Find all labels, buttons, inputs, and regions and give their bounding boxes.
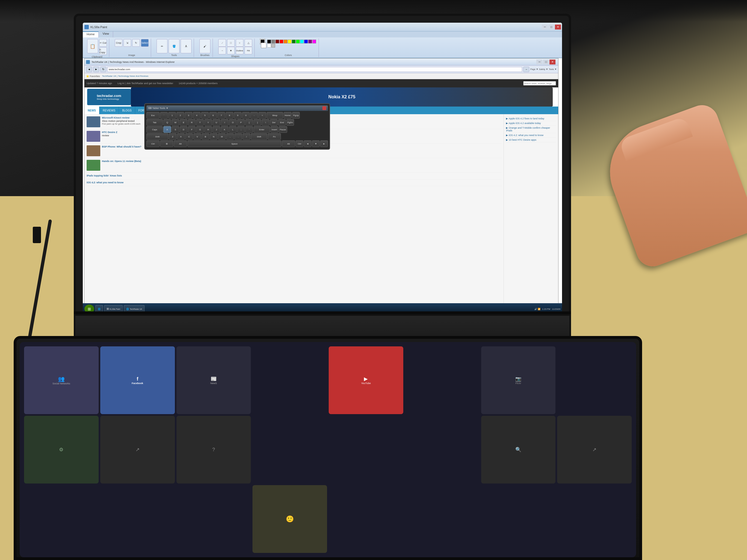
login-text[interactable]: Log in | Join TechRadar and get our free…	[118, 82, 173, 85]
nav-reviews[interactable]: REVIEWS	[100, 107, 119, 114]
key-arrow-down[interactable]: ▼	[312, 140, 320, 147]
copy-button[interactable]: ⎘ Copy	[99, 47, 107, 55]
key-e[interactable]: E	[180, 119, 187, 126]
sidebar-item-3[interactable]: ▶ Orange and T-Mobile confirm cheaper iP…	[506, 126, 556, 133]
color-yellow[interactable]	[288, 39, 291, 44]
color-darkred[interactable]	[276, 39, 279, 44]
key-arrow-left[interactable]: ◄	[304, 140, 311, 147]
browser-close[interactable]: ✕	[549, 59, 556, 64]
sidebar-item-4[interactable]: ▶ iOS 4.2: what you need to know	[506, 133, 556, 138]
key-y[interactable]: Y	[204, 119, 212, 126]
key-q[interactable]: Q	[163, 119, 171, 126]
key-b[interactable]: B	[202, 133, 209, 140]
news-item-ios[interactable]: iOS 4.2: what you need to know	[86, 181, 501, 186]
key-pause[interactable]: Pause	[279, 126, 287, 133]
ribbon-tab-view[interactable]: View	[99, 31, 113, 37]
go-button[interactable]: →	[523, 66, 529, 72]
color-silver[interactable]	[271, 44, 275, 48]
tools-menu[interactable]: Tools ▼	[549, 68, 557, 71]
tablet-tile-settings[interactable]: ⚙	[24, 416, 99, 483]
paste-button[interactable]: 📋	[87, 39, 98, 53]
color-purple[interactable]	[308, 39, 312, 44]
line-button[interactable]: ⟋	[218, 39, 226, 47]
key-fn[interactable]: Fn	[268, 133, 281, 140]
key-2[interactable]: 2	[177, 112, 184, 118]
key-a[interactable]: A	[163, 126, 171, 133]
tablet-tile-youtube[interactable]: ▶ YouTube	[329, 346, 403, 414]
key-end[interactable]: End	[278, 119, 286, 126]
key-9[interactable]: 9	[234, 112, 241, 118]
key-ctrl-l[interactable]: Ctrl	[147, 140, 159, 147]
key-home[interactable]: Home	[284, 112, 291, 118]
crop-button[interactable]: Crop	[115, 39, 122, 47]
key-x[interactable]: X	[177, 133, 185, 140]
color-white[interactable]	[267, 44, 271, 48]
key-5[interactable]: 5	[201, 112, 209, 118]
key-tab[interactable]: Tab	[147, 119, 163, 126]
select-button[interactable]: Select	[141, 39, 149, 47]
page-menu[interactable]: Page ▼	[530, 68, 538, 71]
address-bar[interactable]	[107, 67, 522, 72]
browser-minimize[interactable]: ─	[536, 59, 542, 64]
brushes-button[interactable]: 🖌	[200, 39, 210, 53]
key-semicolon[interactable]: ;	[237, 126, 245, 133]
tablet-tile-share[interactable]: ↗	[100, 416, 175, 483]
key-w[interactable]: W	[172, 119, 179, 126]
key-bracket-l[interactable]: [	[246, 119, 253, 126]
forward-button[interactable]: ►	[93, 66, 99, 72]
key-v[interactable]: V	[194, 133, 201, 140]
key-shift-r[interactable]: Shift	[251, 133, 267, 140]
outline-button[interactable]: Outline	[236, 47, 243, 54]
tablet-tile-smiley[interactable]: 🙂	[253, 485, 327, 553]
key-l[interactable]: L	[229, 126, 237, 133]
tablet-tile-help[interactable]: ?	[177, 416, 251, 483]
color-red[interactable]	[280, 39, 283, 44]
key-backspace[interactable]: Bksp	[267, 112, 283, 118]
sidebar-item-2[interactable]: ▶ Apple iOS 4.2 available today	[506, 121, 556, 126]
star-button[interactable]: ★	[227, 47, 235, 54]
text-button[interactable]: A	[181, 39, 191, 53]
key-comma[interactable]: ,	[226, 133, 234, 140]
key-pgup[interactable]: PgUp	[292, 112, 300, 118]
key-pgdn[interactable]: PgDn	[286, 119, 294, 126]
key-f[interactable]: F	[188, 126, 196, 133]
browser-maximize[interactable]: □	[543, 59, 549, 64]
nav-news[interactable]: NEWS	[84, 107, 100, 114]
key-slash[interactable]: /	[242, 133, 250, 140]
sidebar-item-1[interactable]: ▶ Apple iOS 4.2 fixes to land today	[506, 116, 556, 121]
key-minus[interactable]: -	[250, 112, 258, 118]
key-insert[interactable]: Insert	[271, 126, 278, 133]
key-ctrl-r[interactable]: Ctrl	[295, 140, 303, 147]
key-del[interactable]: Del	[270, 119, 278, 126]
key-3[interactable]: 3	[185, 112, 192, 118]
ribbon-tab-home[interactable]: Home	[83, 31, 99, 37]
key-alt-l[interactable]: Alt	[174, 140, 187, 147]
color-magenta[interactable]	[312, 39, 316, 44]
rotate-button[interactable]: ↻	[132, 39, 140, 47]
key-n[interactable]: N	[210, 133, 217, 140]
key-space[interactable]: Space	[187, 140, 281, 147]
rect-button[interactable]: □	[227, 39, 235, 47]
news-item-ipads[interactable]: iPads topping kids' Xmas lists	[86, 174, 501, 180]
key-i[interactable]: I	[221, 119, 228, 126]
key-8[interactable]: 8	[226, 112, 233, 118]
key-win[interactable]: ⊞	[160, 140, 173, 147]
key-u[interactable]: U	[212, 119, 220, 126]
key-c[interactable]: C	[185, 133, 193, 140]
close-button[interactable]: ✕	[555, 25, 561, 29]
fill2-button[interactable]: Fill	[244, 47, 252, 54]
favorites-techradar[interactable]: TechRadar UK | Technology News And Revie…	[102, 75, 149, 77]
key-j[interactable]: J	[212, 126, 220, 133]
vkb-close-button[interactable]	[323, 106, 326, 110]
key-shift-l[interactable]: Shift	[147, 133, 168, 140]
color-blue[interactable]	[304, 39, 308, 44]
color-cyan[interactable]	[300, 39, 304, 44]
color-gray[interactable]	[271, 39, 275, 44]
sidebar-item-5[interactable]: ▶ 10 best HTC Desire apps	[506, 138, 556, 142]
nav-blogs[interactable]: BLOGS	[119, 107, 135, 114]
key-bracket-r[interactable]: ]	[254, 119, 261, 126]
key-s[interactable]: S	[172, 126, 179, 133]
color-black[interactable]	[267, 39, 271, 44]
news-item-opera[interactable]: Hands on: Opera 11 review (Beta)	[86, 160, 501, 172]
key-7[interactable]: 7	[217, 112, 225, 118]
